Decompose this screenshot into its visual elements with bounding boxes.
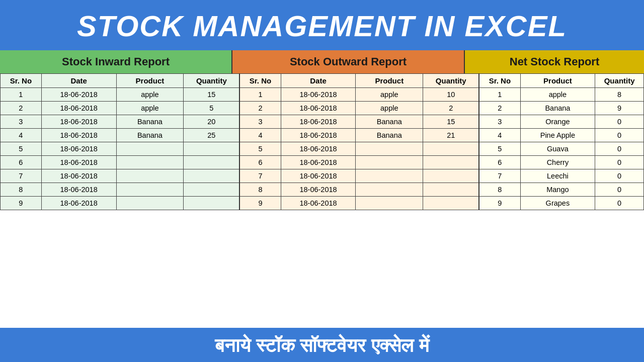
table-row: 1 18-06-2018 apple 15 1 18-06-2018 apple… — [1, 88, 644, 102]
outward-srno: 1 — [239, 88, 281, 102]
net-srno: 7 — [479, 169, 520, 183]
table-row: 3 18-06-2018 Banana 20 3 18-06-2018 Bana… — [1, 115, 644, 129]
col-inward-srno: Sr. No — [1, 74, 42, 88]
outward-srno: 4 — [239, 129, 281, 142]
outward-srno: 6 — [239, 156, 281, 169]
outward-qty: 2 — [423, 102, 479, 115]
net-qty: 0 — [595, 142, 644, 156]
table-row: 8 18-06-2018 8 18-06-2018 8 Mango 0 — [1, 183, 644, 197]
outward-date: 18-06-2018 — [281, 156, 356, 169]
col-inward-qty: Quantity — [184, 74, 240, 88]
inward-date: 18-06-2018 — [41, 102, 116, 115]
net-qty: 0 — [595, 129, 644, 142]
outward-date: 18-06-2018 — [281, 115, 356, 129]
section-header-inward: Stock Inward Report — [0, 50, 232, 73]
header: STOCK MANAGEMENT IN EXCEL — [0, 0, 644, 50]
outward-date: 18-06-2018 — [281, 142, 356, 156]
outward-date: 18-06-2018 — [281, 102, 356, 115]
inward-product: Banana — [116, 129, 184, 142]
table-row: 5 18-06-2018 5 18-06-2018 5 Guava 0 — [1, 142, 644, 156]
outward-product — [356, 169, 423, 183]
net-qty: 8 — [595, 88, 644, 102]
col-inward-date: Date — [41, 74, 116, 88]
inward-srno: 5 — [1, 142, 42, 156]
outward-qty: 15 — [423, 115, 479, 129]
net-srno: 1 — [479, 88, 520, 102]
inward-srno: 8 — [1, 183, 42, 197]
inward-product — [116, 183, 184, 197]
inward-srno: 3 — [1, 115, 42, 129]
table-header-row: Sr. No Date Product Quantity Sr. No Date… — [1, 74, 644, 88]
inward-srno: 7 — [1, 169, 42, 183]
net-srno: 8 — [479, 183, 520, 197]
inward-date: 18-06-2018 — [41, 115, 116, 129]
inward-srno: 1 — [1, 88, 42, 102]
net-qty: 0 — [595, 115, 644, 129]
col-outward-srno: Sr. No — [239, 74, 281, 88]
net-product: Leechi — [520, 169, 595, 183]
outward-qty — [423, 183, 479, 197]
net-product: Pine Apple — [520, 129, 595, 142]
outward-product — [356, 183, 423, 197]
inward-product — [116, 169, 184, 183]
outward-qty — [423, 142, 479, 156]
inward-product: Banana — [116, 115, 184, 129]
section-header-outward: Stock Outward Report — [232, 50, 465, 73]
outward-product — [356, 156, 423, 169]
footer: बनाये स्टॉक सॉफ्टवेयर एक्सेल में — [0, 328, 644, 362]
outward-srno: 3 — [239, 115, 281, 129]
net-product: Grapes — [520, 197, 595, 210]
inward-product — [116, 156, 184, 169]
col-net-product: Product — [520, 74, 595, 88]
outward-qty: 10 — [423, 88, 479, 102]
main-container: STOCK MANAGEMENT IN EXCEL Stock Inward R… — [0, 0, 644, 362]
inward-date: 18-06-2018 — [41, 169, 116, 183]
inward-date: 18-06-2018 — [41, 88, 116, 102]
inward-date: 18-06-2018 — [41, 197, 116, 210]
inward-srno: 2 — [1, 102, 42, 115]
footer-text: बनाये स्टॉक सॉफ्टवेयर एक्सेल में — [0, 335, 644, 357]
inward-qty — [184, 183, 240, 197]
net-product: apple — [520, 88, 595, 102]
net-product: Cherry — [520, 156, 595, 169]
col-net-qty: Quantity — [595, 74, 644, 88]
table-row: 2 18-06-2018 apple 5 2 18-06-2018 apple … — [1, 102, 644, 115]
table-section: Stock Inward Report Stock Outward Report… — [0, 50, 644, 328]
net-qty: 9 — [595, 102, 644, 115]
inward-srno: 4 — [1, 129, 42, 142]
inward-srno: 6 — [1, 156, 42, 169]
table-row: 7 18-06-2018 7 18-06-2018 7 Leechi 0 — [1, 169, 644, 183]
net-product: Guava — [520, 142, 595, 156]
outward-srno: 8 — [239, 183, 281, 197]
net-product: Orange — [520, 115, 595, 129]
outward-product: apple — [356, 88, 423, 102]
net-qty: 0 — [595, 183, 644, 197]
inward-product — [116, 142, 184, 156]
inward-qty — [184, 142, 240, 156]
net-qty: 0 — [595, 197, 644, 210]
outward-qty: 21 — [423, 129, 479, 142]
section-headers: Stock Inward Report Stock Outward Report… — [0, 50, 644, 73]
page-title: STOCK MANAGEMENT IN EXCEL — [0, 9, 644, 43]
stock-table: Sr. No Date Product Quantity Sr. No Date… — [0, 73, 644, 210]
inward-product: apple — [116, 102, 184, 115]
outward-product — [356, 197, 423, 210]
table-wrapper: Sr. No Date Product Quantity Sr. No Date… — [0, 73, 644, 328]
table-row: 6 18-06-2018 6 18-06-2018 6 Cherry 0 — [1, 156, 644, 169]
inward-product: apple — [116, 88, 184, 102]
inward-srno: 9 — [1, 197, 42, 210]
net-srno: 4 — [479, 129, 520, 142]
inward-date: 18-06-2018 — [41, 156, 116, 169]
net-qty: 0 — [595, 156, 644, 169]
outward-date: 18-06-2018 — [281, 183, 356, 197]
table-row: 4 18-06-2018 Banana 25 4 18-06-2018 Bana… — [1, 129, 644, 142]
col-outward-product: Product — [356, 74, 423, 88]
inward-product — [116, 197, 184, 210]
outward-date: 18-06-2018 — [281, 88, 356, 102]
inward-qty — [184, 169, 240, 183]
outward-product: apple — [356, 102, 423, 115]
outward-product — [356, 142, 423, 156]
table-row: 9 18-06-2018 9 18-06-2018 9 Grapes 0 — [1, 197, 644, 210]
net-qty: 0 — [595, 169, 644, 183]
col-outward-date: Date — [281, 74, 356, 88]
